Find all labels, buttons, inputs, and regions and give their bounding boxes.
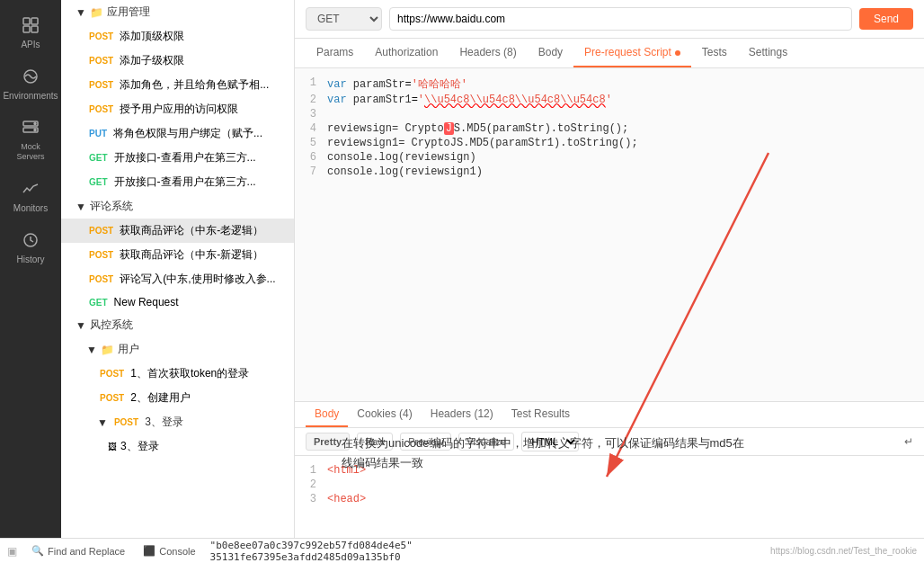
chevron-icon: ▼ bbox=[76, 319, 86, 332]
pretty-button[interactable]: Pretty bbox=[306, 433, 350, 451]
tree-item-label: 3、登录 bbox=[120, 439, 159, 454]
tab-authorization[interactable]: Authorization bbox=[364, 39, 449, 67]
method-badge: POST bbox=[97, 368, 127, 380]
list-item[interactable]: POST 授予用户应用的访问权限 bbox=[61, 97, 294, 121]
line-number: 6 bbox=[295, 151, 327, 164]
mock-servers-icon bbox=[22, 119, 40, 139]
tree-item-label: 将角色权限与用户绑定（赋予... bbox=[113, 126, 262, 141]
find-replace-button[interactable]: 🔍 Find and Replace bbox=[28, 543, 129, 559]
code-line-4: 4 reviewsign= CryptoJS.MD5(paramStr).toS… bbox=[295, 121, 924, 136]
method-badge: POST bbox=[86, 249, 116, 261]
line-number: 3 bbox=[295, 493, 327, 505]
url-input[interactable] bbox=[389, 7, 852, 31]
list-item[interactable]: GET 开放接口-查看用户在第三方... bbox=[61, 170, 294, 194]
response-tab-cookies[interactable]: Cookies (4) bbox=[348, 402, 421, 427]
method-badge: GET bbox=[86, 176, 111, 188]
history-icon bbox=[22, 231, 40, 251]
img-icon: 🖼 bbox=[108, 442, 117, 451]
tree-folder-risk[interactable]: ▼ 风控系统 bbox=[61, 313, 294, 337]
tree-folder-app-mgmt[interactable]: ▼ 📁 应用管理 bbox=[61, 0, 294, 24]
list-item[interactable]: POST 添加顶级权限 bbox=[61, 24, 294, 49]
tree-item-label: 添加顶级权限 bbox=[120, 29, 184, 44]
collections-tree: ▼ 📁 应用管理 POST 添加顶级权限 POST 添加子级权限 POST 添加… bbox=[61, 0, 294, 563]
list-item[interactable]: POST 获取商品评论（中东-新逻辑） bbox=[61, 243, 294, 267]
tab-settings[interactable]: Settings bbox=[738, 39, 798, 67]
line-number: 5 bbox=[295, 137, 327, 149]
console-output: "b0e8ee07a0c397c992eb57fd084de4e5" 35131… bbox=[210, 540, 760, 563]
svg-point-8 bbox=[34, 130, 36, 131]
sidebar: APIs Environments MockServers Monit bbox=[0, 0, 61, 563]
format-select[interactable]: HTML JSON XML bbox=[521, 432, 579, 451]
sidebar-environments-label: Environments bbox=[3, 91, 58, 101]
list-item[interactable]: POST 评论写入(中东,使用时修改入参... bbox=[61, 267, 294, 291]
tree-item-label: 应用管理 bbox=[107, 4, 150, 20]
tree-folder-comments[interactable]: ▼ 评论系统 bbox=[61, 194, 294, 219]
response-tab-test-results[interactable]: Test Results bbox=[502, 402, 579, 427]
list-item[interactable]: POST 添加子级权限 bbox=[61, 49, 294, 73]
method-badge: POST bbox=[97, 392, 127, 404]
chevron-icon: ▼ bbox=[76, 201, 86, 213]
tree-item-label: 开放接口-查看用户在第三方... bbox=[114, 174, 256, 190]
response-toolbar: Pretty Raw Preview Visualize HTML JSON X… bbox=[295, 428, 924, 456]
main-content: GET POST PUT DELETE Send Params Authoriz… bbox=[295, 0, 924, 563]
toggle-panel-button[interactable]: ▣ bbox=[7, 545, 17, 558]
tree-item-label: 开放接口-查看用户在第三方... bbox=[114, 150, 256, 165]
folder-icon: 📁 bbox=[90, 6, 103, 19]
environments-icon bbox=[22, 67, 40, 87]
tab-body[interactable]: Body bbox=[528, 39, 573, 67]
code-line-5: 5 reviewsign1= CryptoJS.MD5(paramStr1).t… bbox=[295, 136, 924, 150]
list-item[interactable]: POST 添加角色，并且给角色赋予相... bbox=[61, 73, 294, 97]
sidebar-item-monitors[interactable]: Monitors bbox=[0, 171, 61, 222]
sidebar-item-environments[interactable]: Environments bbox=[0, 58, 61, 110]
collections-panel: ▼ 📁 应用管理 POST 添加顶级权限 POST 添加子级权限 POST 添加… bbox=[61, 0, 295, 563]
tree-item-label: 获取商品评论（中东-老逻辑） bbox=[120, 223, 263, 238]
code-editor[interactable]: 1 var paramStr='哈哈哈哈' 2 var paramStr1='\… bbox=[295, 68, 924, 401]
method-badge: POST bbox=[86, 103, 116, 115]
line-content: reviewsign= CryptoJS.MD5(paramStr).toStr… bbox=[327, 122, 924, 135]
response-tabs-bar: Body Cookies (4) Headers (12) Test Resul… bbox=[295, 402, 924, 428]
send-button[interactable]: Send bbox=[859, 8, 913, 30]
line-content: reviewsign1= CryptoJS.MD5(paramStr1).toS… bbox=[327, 137, 924, 149]
active-dot bbox=[675, 50, 680, 56]
method-badge: PUT bbox=[86, 128, 110, 139]
sidebar-mock-servers-label: MockServers bbox=[16, 142, 44, 162]
sidebar-item-history[interactable]: History bbox=[0, 222, 61, 273]
tab-headers[interactable]: Headers (8) bbox=[449, 39, 527, 67]
response-tab-body[interactable]: Body bbox=[306, 402, 348, 427]
code-line-7: 7 console.log(reviewsign1) bbox=[295, 165, 924, 179]
tab-tests[interactable]: Tests bbox=[691, 39, 738, 67]
list-item[interactable]: GET New Request bbox=[61, 291, 294, 313]
svg-point-7 bbox=[34, 123, 36, 125]
method-badge: POST bbox=[86, 31, 116, 42]
wrap-icon[interactable]: ↵ bbox=[904, 435, 913, 448]
line-number: 7 bbox=[295, 165, 327, 178]
sidebar-monitors-label: Monitors bbox=[13, 203, 48, 213]
method-badge: POST bbox=[111, 416, 141, 428]
method-select[interactable]: GET POST PUT DELETE bbox=[306, 7, 382, 31]
line-number: 1 bbox=[295, 76, 327, 89]
list-item[interactable]: GET 开放接口-查看用户在第三方... bbox=[61, 146, 294, 170]
sidebar-item-apis[interactable]: APIs bbox=[0, 7, 61, 58]
raw-button[interactable]: Raw bbox=[357, 433, 393, 451]
tree-item-label: New Request bbox=[114, 296, 179, 308]
line-content: var paramStr1='\\u54c8\\u54c8\\u54c8\\u5… bbox=[327, 94, 924, 106]
console-button[interactable]: ⬛ Console bbox=[139, 543, 199, 559]
list-item[interactable]: POST 2、创建用户 bbox=[61, 386, 294, 410]
list-item[interactable]: POST 获取商品评论（中东-老逻辑） bbox=[61, 219, 294, 243]
tree-folder-login[interactable]: ▼ POST 3、登录 bbox=[61, 410, 294, 434]
list-item[interactable]: 🖼 3、登录 bbox=[61, 434, 294, 459]
tree-folder-user[interactable]: ▼ 📁 用户 bbox=[61, 337, 294, 362]
method-badge: POST bbox=[86, 79, 116, 91]
visualize-button[interactable]: Visualize bbox=[458, 433, 514, 451]
line-content: <head> bbox=[327, 493, 366, 505]
preview-button[interactable]: Preview bbox=[400, 433, 451, 451]
response-tab-headers[interactable]: Headers (12) bbox=[422, 402, 502, 427]
tab-pre-request-script[interactable]: Pre-request Script bbox=[573, 39, 691, 67]
method-badge: POST bbox=[86, 225, 116, 237]
tree-item-label: 获取商品评论（中东-新逻辑） bbox=[120, 247, 263, 263]
line-content: <html> bbox=[327, 464, 366, 477]
list-item[interactable]: PUT 将角色权限与用户绑定（赋予... bbox=[61, 121, 294, 146]
list-item[interactable]: POST 1、首次获取token的登录 bbox=[61, 362, 294, 386]
tab-params[interactable]: Params bbox=[306, 39, 364, 67]
sidebar-item-mock-servers[interactable]: MockServers bbox=[0, 110, 61, 171]
